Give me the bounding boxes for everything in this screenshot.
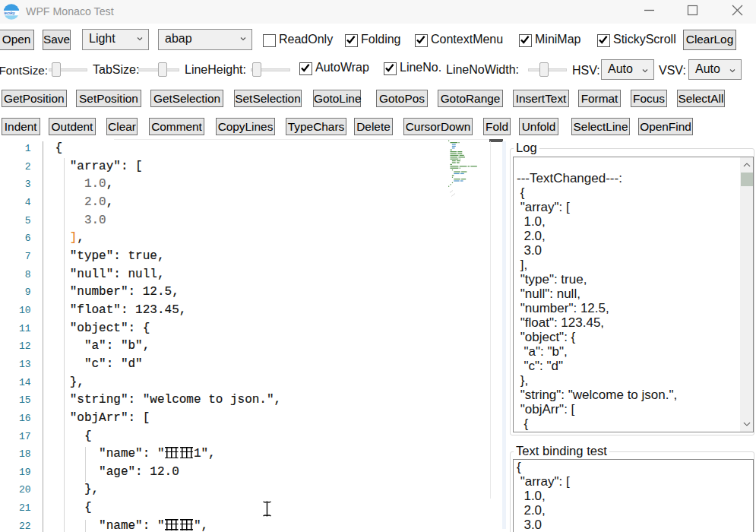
svg-text:iecsky: iecsky [4, 11, 14, 15]
